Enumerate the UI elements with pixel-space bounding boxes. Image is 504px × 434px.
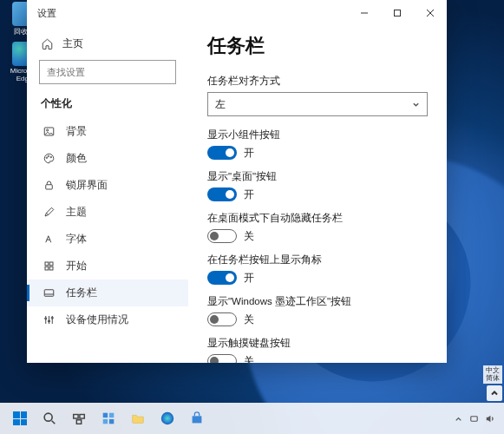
font-icon [43,233,56,246]
svg-point-10 [50,156,52,158]
tray-chevron-icon[interactable] [453,413,464,424]
toggle-switch[interactable] [207,229,237,243]
toggle-setting: 显示"Windows 墨迹工作区"按钮 关 [207,295,428,326]
nav-label: 背景 [66,125,87,138]
page-heading: 任务栏 [207,33,428,59]
sidebar-item-fonts[interactable]: 字体 [27,226,188,253]
toggle-switch[interactable] [207,187,237,201]
svg-rect-16 [44,290,54,297]
toggle-switch[interactable] [207,354,237,363]
svg-rect-1 [395,10,401,16]
brush-icon [43,206,56,219]
minimize-button[interactable] [348,0,381,26]
toggle-setting: 显示"桌面"按钮 开 [207,170,428,201]
toggle-state-text: 开 [244,272,254,285]
toggle-switch[interactable] [207,271,237,285]
start-button[interactable] [7,405,33,431]
grid-icon [43,260,56,273]
svg-rect-32 [109,419,114,424]
taskbar-search-button[interactable] [36,405,62,431]
windows-logo-icon [13,411,27,425]
settings-window: 设置 主页 个性化 背景 颜色 锁屏界面 主题 字体 开始 任务栏 [27,0,447,363]
svg-rect-15 [49,266,53,270]
content-pane: 任务栏 任务栏对齐方式 左 显示小组件按钮 开 显示"桌面"按钮 开 在桌面模式… [188,26,447,363]
sidebar-item-lockscreen[interactable]: 锁屏界面 [27,172,188,199]
chevron-up-icon [490,389,499,398]
sidebar-item-device-usage[interactable]: 设备使用情况 [27,306,188,333]
widgets-icon [101,411,116,426]
widgets-button[interactable] [95,405,121,431]
toggle-setting: 在桌面模式下自动隐藏任务栏 关 [207,212,428,243]
svg-point-24 [44,413,52,421]
sidebar-home[interactable]: 主页 [27,31,188,60]
svg-rect-11 [46,185,53,189]
network-icon[interactable] [468,413,480,424]
toggle-state-text: 开 [244,147,254,160]
toggle-state-text: 关 [244,313,254,326]
task-view-icon [71,411,87,426]
tray-expand-button[interactable] [487,385,502,401]
task-view-button[interactable] [66,405,92,431]
search-input[interactable] [40,67,173,77]
svg-point-7 [47,129,49,131]
toggle-state-text: 开 [244,188,254,201]
dropdown-value: 左 [215,98,226,111]
svg-rect-30 [109,413,114,418]
nav-label: 颜色 [66,152,87,165]
edge-icon [160,411,175,426]
store-button[interactable] [184,405,210,431]
palette-icon [43,152,56,165]
toggle-label: 在桌面模式下自动隐藏任务栏 [207,212,428,225]
volume-icon[interactable] [484,413,495,424]
sidebar-item-background[interactable]: 背景 [27,118,188,145]
sidebar-item-colors[interactable]: 颜色 [27,145,188,172]
close-button[interactable] [414,0,447,26]
toggle-setting: 显示小组件按钮 开 [207,128,428,160]
sidebar-item-taskbar[interactable]: 任务栏 [27,279,188,306]
sidebar-item-themes[interactable]: 主题 [27,199,188,226]
toggle-state-text: 关 [244,230,254,243]
titlebar[interactable]: 设置 [27,0,447,26]
ime-indicator-float[interactable]: 中文 简体 [483,365,502,384]
nav-label: 开始 [66,260,87,273]
taskbar [0,403,504,434]
toggle-setting: 显示触摸键盘按钮 关 [207,337,428,363]
svg-rect-27 [80,415,84,419]
toggle-label: 显示小组件按钮 [207,128,428,141]
svg-rect-26 [74,415,78,419]
maximize-button[interactable] [381,0,414,26]
search-box[interactable] [39,60,176,84]
svg-point-33 [161,412,173,424]
toggle-label: 在任务栏按钮上显示角标 [207,253,428,266]
edge-button[interactable] [154,405,180,431]
sidebar-item-start[interactable]: 开始 [27,253,188,279]
sidebar-nav: 背景 颜色 锁屏界面 主题 字体 开始 任务栏 设备使用情况 [27,118,188,363]
lock-icon [43,179,56,192]
align-dropdown[interactable]: 左 [207,92,428,116]
explorer-button[interactable] [125,405,151,431]
svg-line-25 [52,421,56,424]
nav-label: 主题 [66,206,87,219]
window-title: 设置 [37,7,56,20]
sidebar-home-label: 主页 [62,36,83,51]
taskbar-icon [43,286,56,299]
toggle-label: 显示触摸键盘按钮 [207,337,428,350]
svg-point-9 [48,155,49,157]
toggle-switch[interactable] [207,312,237,326]
store-icon [189,411,205,426]
sliders-icon [43,313,56,326]
chevron-down-icon [412,101,420,108]
toggle-label: 显示"桌面"按钮 [207,170,428,183]
nav-label: 字体 [66,233,87,246]
nav-label: 任务栏 [66,286,97,299]
toggle-switch[interactable] [207,146,237,160]
sidebar: 主页 个性化 背景 颜色 锁屏界面 主题 字体 开始 任务栏 设备使用情况 [27,26,188,363]
nav-label: 锁屏界面 [66,179,108,192]
nav-label: 设备使用情况 [66,313,128,326]
svg-rect-31 [103,419,108,424]
search-icon [42,411,57,426]
toggle-label: 显示"Windows 墨迹工作区"按钮 [207,295,428,308]
svg-point-8 [46,157,48,159]
toggle-setting: 在任务栏按钮上显示角标 开 [207,253,428,285]
svg-rect-14 [45,266,49,270]
